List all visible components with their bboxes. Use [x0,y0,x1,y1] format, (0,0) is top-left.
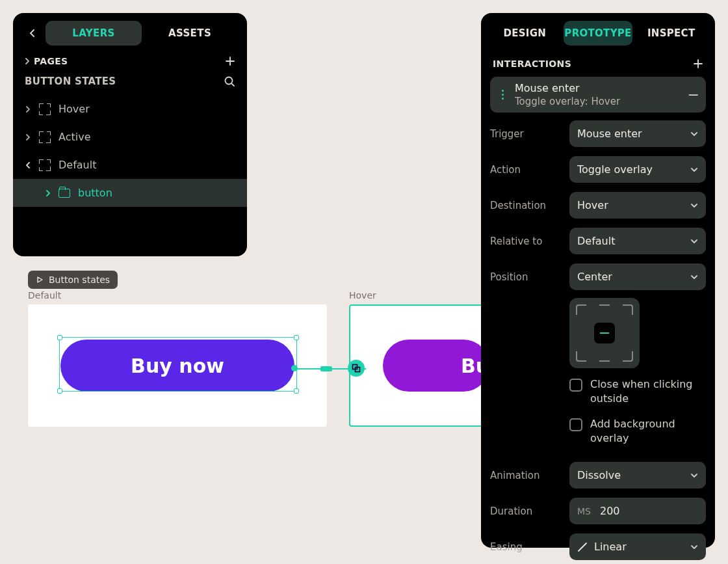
search-button[interactable] [224,75,235,87]
layer-label: Active [58,131,91,143]
duration-input[interactable]: MS 200 [569,498,706,524]
position-label: Position [490,271,563,283]
frame-icon [39,131,51,143]
chevron-left-icon [29,29,36,38]
search-icon [224,75,235,87]
interaction-subtitle: Toggle overlay: Hover [515,96,681,107]
duration-unit: MS [577,506,591,517]
duration-label: Duration [490,505,563,517]
layers-panel: LAYERS ASSETS PAGES BUTTON STATES Hover … [13,13,247,256]
interaction-title: Mouse enter [515,82,681,94]
bg-overlay-checkbox[interactable] [569,418,582,431]
chevron-down-icon [690,544,698,550]
frame-icon [39,159,51,171]
drag-handle-icon[interactable] [497,90,508,100]
add-page-button[interactable] [225,56,235,66]
destination-select[interactable]: Hover [569,192,706,219]
action-label: Action [490,164,563,176]
layer-label: button [78,187,112,199]
button-hover[interactable]: Bu [383,340,483,392]
inspector-panel: DESIGN PROTOTYPE INSPECT INTERACTIONS Mo… [481,13,715,548]
connector-badge[interactable] [348,360,365,377]
trigger-select[interactable]: Mouse enter [569,120,706,147]
layer-hover[interactable]: Hover [13,95,247,123]
trigger-label: Trigger [490,128,563,140]
pages-label: PAGES [34,56,68,66]
button-text: Buy now [131,355,224,377]
overlay-icon [352,364,361,373]
easing-select[interactable]: Linear [569,533,706,560]
button-text: Bu [461,355,483,377]
artboard-hover[interactable]: Bu [349,304,483,427]
chevron-right-icon [25,106,31,113]
relative-to-select[interactable]: Default [569,228,706,254]
frame-label-default[interactable]: Default [28,290,327,301]
frame-label-hover[interactable]: Hover [349,290,483,301]
back-button[interactable] [22,21,43,45]
action-select[interactable]: Toggle overlay [569,156,706,183]
chevron-down-icon [690,131,698,137]
chevron-down-icon [690,167,698,172]
flow-chip-label: Button states [49,275,110,285]
interactions-label: INTERACTIONS [493,59,571,69]
prototype-connector[interactable] [294,368,366,369]
select-value: Toggle overlay [577,163,653,176]
folder-icon [58,189,70,198]
layer-default-button[interactable]: button [13,179,247,207]
chevron-right-icon [25,134,31,141]
easing-label: Easing [490,541,563,553]
layer-label: Hover [58,103,90,115]
select-value: Center [577,271,612,283]
destination-label: Destination [490,200,563,211]
tab-prototype[interactable]: PROTOTYPE [564,21,633,46]
add-interaction-button[interactable] [693,59,703,69]
pages-header[interactable]: PAGES [25,56,68,66]
tab-inspect[interactable]: INSPECT [636,21,706,46]
position-center[interactable] [594,323,615,343]
animation-label: Animation [490,470,563,481]
position-select[interactable]: Center [569,263,706,290]
chevron-down-icon [690,473,698,478]
linear-easing-icon [577,542,588,552]
chevron-down-icon [690,203,698,208]
layer-active[interactable]: Active [13,123,247,151]
chevron-right-icon [25,58,30,64]
relative-to-label: Relative to [490,235,563,247]
chevron-down-icon [690,275,698,280]
select-value: Mouse enter [577,128,642,140]
layer-default[interactable]: Default [13,151,247,179]
select-value: Default [577,235,615,247]
layer-tree: Hover Active Default button [13,94,247,207]
artboard-default[interactable]: Buy now [28,304,327,427]
layer-label: Default [58,159,96,171]
duration-value: 200 [600,505,620,517]
select-value: Hover [577,199,608,211]
bg-overlay-label: Add background overlay [590,417,706,445]
close-outside-checkbox[interactable] [569,379,582,392]
position-grid[interactable] [569,298,640,368]
tab-design[interactable]: DESIGN [490,21,560,46]
tab-layers[interactable]: LAYERS [46,21,142,46]
plus-icon [693,59,703,69]
close-outside-label: Close when clicking outside [590,377,706,405]
select-value: Dissolve [577,469,621,481]
chevron-down-icon [690,239,698,244]
play-icon [36,276,44,284]
chevron-right-icon [46,190,51,196]
frame-icon [39,103,51,115]
button-default[interactable]: Buy now [60,340,294,392]
section-title: BUTTON STATES [25,75,116,87]
interaction-card[interactable]: Mouse enter Toggle overlay: Hover − [490,77,706,113]
animation-select[interactable]: Dissolve [569,462,706,489]
chevron-down-icon [25,162,31,168]
tab-assets[interactable]: ASSETS [142,21,238,46]
flow-start-chip[interactable]: Button states [28,271,118,289]
plus-icon [225,56,235,66]
select-value: Linear [594,541,690,553]
